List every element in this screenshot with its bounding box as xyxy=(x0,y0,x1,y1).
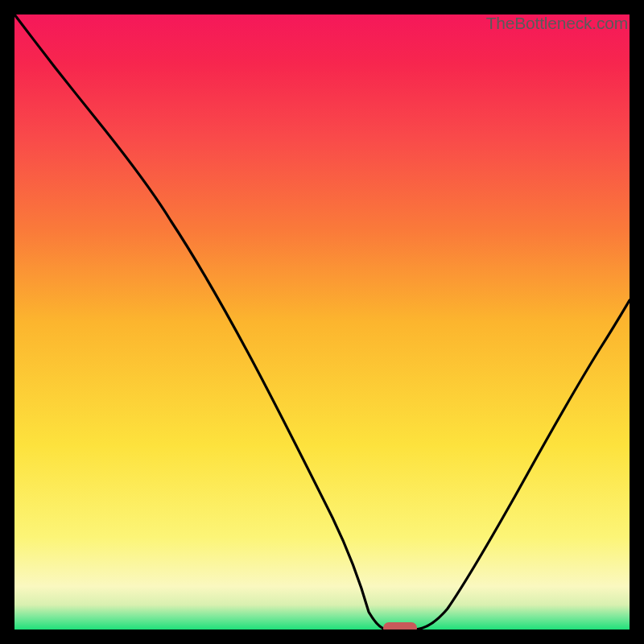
optimal-marker xyxy=(383,622,417,630)
plot-area: TheBottleneck.com xyxy=(14,14,630,630)
curve-layer xyxy=(14,14,630,630)
watermark-text: TheBottleneck.com xyxy=(486,14,628,33)
bottleneck-curve xyxy=(14,14,630,630)
chart-frame: TheBottleneck.com xyxy=(0,0,644,644)
